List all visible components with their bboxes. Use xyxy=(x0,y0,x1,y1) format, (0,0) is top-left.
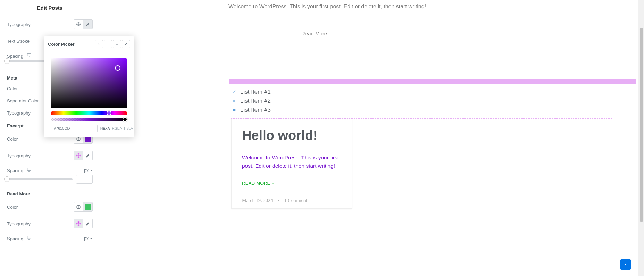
svg-point-11 xyxy=(233,109,236,111)
label-excerpt-typography: Typography xyxy=(7,153,31,158)
preview-canvas: ▴ Welcome to WordPress. This is your fir… xyxy=(100,0,644,276)
svg-rect-7 xyxy=(27,236,31,239)
svg-rect-10 xyxy=(116,45,118,45)
posts-widget[interactable]: Hello world! Welcome to WordPress. This … xyxy=(231,118,612,209)
label-spacing-1: Spacing xyxy=(7,53,32,59)
preview-welcome-text: Welcome to WordPress. This is your first… xyxy=(100,0,644,10)
preview-read-more-link[interactable]: Read More xyxy=(100,10,644,36)
control-excerpt-typography: Typography xyxy=(0,147,100,164)
hue-slider[interactable] xyxy=(51,111,127,115)
desktop-icon[interactable] xyxy=(27,167,32,172)
check-icon xyxy=(232,90,237,94)
label-rm-spacing: Spacing xyxy=(7,235,32,241)
meta-separator: • xyxy=(278,198,279,203)
hue-thumb[interactable] xyxy=(107,111,111,116)
svg-rect-1 xyxy=(27,53,31,56)
post-card: Hello world! Welcome to WordPress. This … xyxy=(231,119,352,209)
label-excerpt-color: Color xyxy=(7,136,18,142)
excerpt-edit-typography-button[interactable] xyxy=(83,151,93,160)
dot-icon xyxy=(232,108,237,112)
svg-rect-8 xyxy=(116,43,118,44)
color-picker-popup: Color Picker HEXA RGBA HSLA xyxy=(44,36,134,137)
label-rm-color: Color xyxy=(7,204,18,210)
mode-hexa[interactable]: HEXA xyxy=(100,127,110,131)
mode-rgba[interactable]: RGBA xyxy=(112,127,122,131)
color-picker-title: Color Picker xyxy=(48,42,75,47)
post-read-more-link[interactable]: READ MORE » xyxy=(242,181,341,186)
list-item: List Item #3 xyxy=(232,106,271,115)
scroll-to-top-button[interactable] xyxy=(620,259,631,270)
excerpt-spacing-slider[interactable] xyxy=(7,178,73,180)
edit-typography-button[interactable] xyxy=(83,19,93,29)
post-excerpt: Welcome to WordPress. This is your first… xyxy=(242,153,341,170)
control-rm-spacing: Spacing px xyxy=(0,232,100,241)
label-typography: Typography xyxy=(7,22,31,27)
excerpt-spacing-unit[interactable]: px xyxy=(84,168,93,173)
label-separator-color: Separator Color xyxy=(7,98,39,103)
label-meta-color: Color xyxy=(7,86,18,91)
svg-rect-9 xyxy=(116,44,118,44)
desktop-icon[interactable] xyxy=(27,53,32,58)
post-title[interactable]: Hello world! xyxy=(242,128,341,143)
excerpt-global-typography-button[interactable] xyxy=(74,151,83,160)
color-add-button[interactable] xyxy=(104,40,112,48)
preview-scrollbar[interactable] xyxy=(638,0,644,276)
color-library-button[interactable] xyxy=(113,40,121,48)
svg-rect-4 xyxy=(27,168,31,170)
rm-global-typography-button[interactable] xyxy=(74,219,83,228)
rm-global-color-button[interactable] xyxy=(74,202,83,212)
hex-input[interactable] xyxy=(51,125,98,132)
post-date: March 19, 2024 xyxy=(242,198,273,203)
excerpt-spacing-slider-row xyxy=(0,173,100,187)
post-meta: March 19, 2024 • 1 Comment xyxy=(232,193,352,208)
control-rm-color: Color xyxy=(0,199,100,215)
times-icon xyxy=(232,99,237,103)
alpha-thumb[interactable] xyxy=(123,117,127,122)
icon-list-widget[interactable]: List Item #1 List Item #2 List Item #3 xyxy=(232,87,271,115)
label-meta-typography: Typography xyxy=(7,110,31,116)
eyedropper-button[interactable] xyxy=(122,40,130,48)
list-item: List Item #2 xyxy=(232,97,271,106)
label-excerpt-spacing: Spacing xyxy=(7,167,32,173)
section-read-more: Read More xyxy=(0,187,100,199)
sidebar-title: Edit Posts xyxy=(0,0,100,16)
alpha-slider[interactable] xyxy=(51,118,127,121)
label-rm-typography: Typography xyxy=(7,221,31,226)
color-clear-button[interactable] xyxy=(95,40,103,48)
section-handle[interactable] xyxy=(229,79,636,84)
global-style-button[interactable] xyxy=(74,19,83,29)
control-rm-typography: Typography xyxy=(0,215,100,232)
rm-edit-typography-button[interactable] xyxy=(83,219,93,228)
post-comments[interactable]: 1 Comment xyxy=(284,198,307,203)
label-text-stroke: Text Stroke xyxy=(7,39,30,44)
list-item: List Item #1 xyxy=(232,87,271,97)
control-typography: Typography xyxy=(0,16,100,33)
mode-hsla[interactable]: HSLA xyxy=(124,127,133,131)
desktop-icon[interactable] xyxy=(27,235,32,240)
chevron-up-icon xyxy=(623,262,628,267)
saturation-thumb[interactable] xyxy=(115,65,120,71)
color-picker-header: Color Picker xyxy=(44,36,134,52)
rm-spacing-unit[interactable]: px xyxy=(84,236,93,241)
rm-color-swatch-button[interactable] xyxy=(83,202,93,212)
excerpt-spacing-input[interactable] xyxy=(76,175,93,184)
saturation-field[interactable] xyxy=(51,58,127,108)
control-excerpt-spacing: Spacing px xyxy=(0,164,100,173)
